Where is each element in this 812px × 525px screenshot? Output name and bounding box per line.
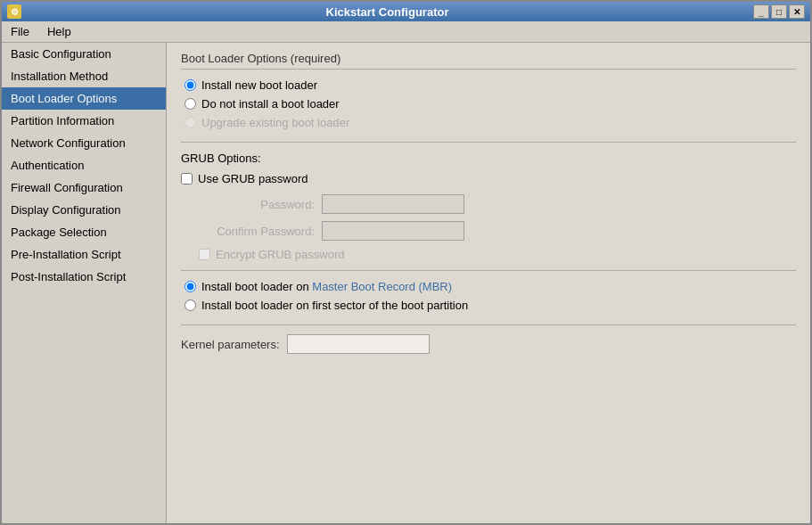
radio-install-new-input[interactable]	[185, 79, 196, 91]
radio-mbr[interactable]: Install boot loader on Master Boot Recor…	[185, 280, 796, 293]
grub-title: GRUB Options:	[181, 152, 796, 165]
radio-first-sector-label: Install boot loader on first sector of t…	[201, 299, 468, 312]
separator-3	[181, 324, 796, 325]
grub-password-checkbox-label[interactable]: Use GRUB password	[198, 172, 308, 185]
confirm-password-input[interactable]	[322, 221, 464, 241]
boot-location-radio-group: Install boot loader on Master Boot Recor…	[181, 280, 796, 312]
maximize-button[interactable]: □	[771, 4, 787, 19]
password-input[interactable]	[322, 194, 464, 214]
separator-2	[181, 270, 796, 271]
radio-upgrade-existing-input	[185, 117, 196, 128]
sidebar-item-installation-method[interactable]: Installation Method	[2, 65, 166, 87]
sidebar-item-firewall-configuration[interactable]: Firewall Configuration	[2, 176, 166, 199]
radio-first-sector[interactable]: Install boot loader on first sector of t…	[185, 299, 796, 312]
close-button[interactable]: ✕	[789, 4, 805, 19]
title-bar: ⚙ Kickstart Configurator _ □ ✕	[2, 2, 810, 21]
grub-password-checkbox[interactable]	[181, 173, 193, 185]
encrypt-checkbox-row: Encrypt GRUB password	[199, 248, 796, 261]
encrypt-checkbox	[199, 249, 210, 260]
encrypt-label: Encrypt GRUB password	[216, 248, 345, 261]
radio-install-new-label: Install new boot loader	[201, 78, 317, 92]
radio-upgrade-existing[interactable]: Upgrade existing boot loader	[185, 116, 796, 129]
confirm-password-label: Confirm Password:	[199, 225, 315, 238]
minimize-button[interactable]: _	[753, 4, 769, 19]
main-panel: Boot Loader Options (required) Install n…	[167, 43, 810, 523]
title-bar-left: ⚙	[7, 4, 21, 19]
sidebar-item-package-selection[interactable]: Package Selection	[2, 221, 166, 243]
radio-install-new[interactable]: Install new boot loader	[185, 78, 796, 92]
sidebar-item-boot-loader-options[interactable]: Boot Loader Options	[2, 87, 166, 110]
radio-do-not-install-label: Do not install a boot loader	[201, 97, 340, 111]
sidebar-item-pre-installation-script[interactable]: Pre-Installation Script	[2, 243, 166, 266]
menu-bar: File Help	[2, 21, 810, 43]
password-row: Password:	[181, 194, 796, 214]
sidebar-item-partition-information[interactable]: Partition Information	[2, 110, 166, 132]
radio-mbr-label: Install boot loader on Master Boot Recor…	[201, 280, 452, 293]
sidebar-item-display-configuration[interactable]: Display Configuration	[2, 199, 166, 221]
sidebar: Basic Configuration Installation Method …	[2, 43, 167, 523]
section-title: Boot Loader Options (required)	[181, 52, 796, 70]
title-buttons: _ □ ✕	[753, 4, 805, 19]
kernel-label: Kernel parameters:	[181, 338, 280, 351]
boot-loader-radio-group: Install new boot loader Do not install a…	[181, 78, 796, 129]
radio-first-sector-input[interactable]	[185, 299, 196, 311]
radio-do-not-install[interactable]: Do not install a boot loader	[185, 97, 796, 111]
sidebar-item-basic-configuration[interactable]: Basic Configuration	[2, 43, 166, 65]
password-label: Password:	[199, 198, 315, 211]
kernel-row: Kernel parameters:	[181, 334, 796, 354]
confirm-password-row: Confirm Password:	[181, 221, 796, 241]
grub-password-checkbox-row: Use GRUB password	[181, 172, 796, 185]
sidebar-item-post-installation-script[interactable]: Post-Installation Script	[2, 266, 166, 288]
app-icon: ⚙	[7, 4, 21, 19]
sidebar-item-network-configuration[interactable]: Network Configuration	[2, 132, 166, 154]
separator-1	[181, 142, 796, 143]
radio-upgrade-existing-label: Upgrade existing boot loader	[201, 116, 349, 129]
main-window: ⚙ Kickstart Configurator _ □ ✕ File Help…	[0, 0, 812, 525]
encrypt-row: Encrypt GRUB password	[181, 248, 796, 261]
kernel-input[interactable]	[287, 334, 430, 354]
mbr-link: Master Boot Record (MBR)	[312, 280, 452, 293]
menu-help[interactable]: Help	[42, 23, 77, 40]
radio-mbr-input[interactable]	[185, 281, 196, 292]
radio-do-not-install-input[interactable]	[185, 98, 196, 110]
menu-file[interactable]: File	[5, 23, 35, 40]
sidebar-item-authentication[interactable]: Authentication	[2, 154, 166, 176]
window-title: Kickstart Configurator	[21, 5, 753, 19]
content-area: Basic Configuration Installation Method …	[2, 43, 810, 523]
